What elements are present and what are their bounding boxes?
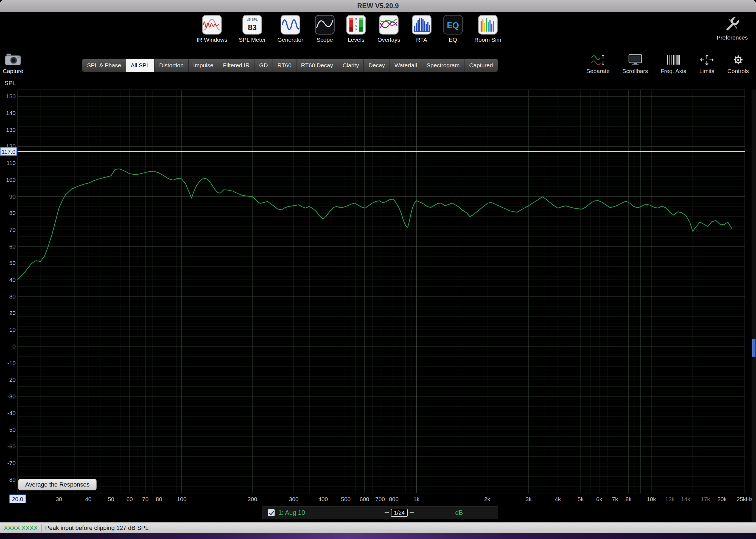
- toolbar-button-overlays[interactable]: Overlays: [378, 15, 400, 43]
- svg-text:117.0: 117.0: [2, 149, 16, 155]
- graph-control-label: Scrollbars: [622, 68, 648, 74]
- svg-text:60: 60: [9, 243, 16, 250]
- svg-text:-20: -20: [7, 376, 16, 383]
- spl-chart-canvas[interactable]: 1501401301201101009080706050403020100-10…: [0, 87, 756, 507]
- tab-rt60-decay[interactable]: RT60 Decay: [297, 59, 338, 72]
- svg-text:20: 20: [9, 310, 16, 316]
- toolbar-button-levels[interactable]: 03 69Levels: [346, 15, 366, 43]
- svg-text:-10: -10: [7, 360, 16, 366]
- svg-text:300: 300: [289, 496, 299, 502]
- tab-rt60[interactable]: RT60: [273, 59, 297, 72]
- average-responses-button[interactable]: Average the Responses: [18, 479, 97, 491]
- svg-text:10k: 10k: [647, 496, 656, 502]
- tab-spectrogram[interactable]: Spectrogram: [422, 59, 464, 72]
- status-divider: [41, 524, 42, 532]
- svg-text:-60: -60: [7, 443, 16, 449]
- graph-control-label: Controls: [727, 68, 749, 74]
- svg-text:50: 50: [108, 496, 114, 502]
- graph-control-label: Separate: [586, 68, 610, 74]
- limits-icon: [699, 53, 715, 67]
- toolbar-button-label: SPL Meter: [239, 37, 266, 43]
- toolbar-button-eq[interactable]: EQEQ: [443, 15, 463, 43]
- tab-distortion[interactable]: Distortion: [155, 59, 189, 72]
- spl-trace-aug10: [18, 169, 732, 279]
- measurement-checkbox[interactable]: [268, 509, 275, 516]
- smoothing-value[interactable]: 1/24: [391, 509, 408, 517]
- spl-meter-icon: dB SPL 83: [242, 15, 262, 35]
- svg-text:25kHz: 25kHz: [736, 496, 753, 502]
- svg-text:7k: 7k: [612, 496, 618, 502]
- svg-text:83: 83: [248, 23, 257, 32]
- toolbar-button-label: RTA: [416, 37, 427, 43]
- toolbar-button-label: Generator: [277, 37, 303, 43]
- svg-text:30: 30: [56, 496, 62, 502]
- svg-text:17k: 17k: [701, 496, 710, 502]
- rew-window: REW V5.20.9 IR Windows dB SPL 83SPL Mete…: [0, 0, 756, 539]
- level-cursor-value[interactable]: 117.0: [0, 147, 17, 156]
- svg-text:100: 100: [177, 496, 186, 502]
- tab-waterfall[interactable]: Waterfall: [390, 59, 422, 72]
- toolbar-button-label: Levels: [348, 37, 365, 43]
- window-titlebar[interactable]: REW V5.20.9: [0, 0, 756, 12]
- toolbar-button-room-sim[interactable]: Room Sim: [474, 15, 501, 43]
- tab-spl-phase[interactable]: SPL & Phase: [82, 59, 126, 72]
- svg-text:100: 100: [6, 177, 16, 183]
- svg-text:110: 110: [7, 160, 16, 166]
- tab-filtered-ir[interactable]: Filtered IR: [218, 59, 254, 72]
- separate-icon: [590, 53, 606, 67]
- svg-text:700: 700: [375, 496, 385, 502]
- svg-text:12k: 12k: [665, 496, 674, 502]
- svg-text:70: 70: [142, 496, 149, 502]
- right-scrollbar-thumb[interactable]: [752, 339, 755, 357]
- toolbar-button-scope[interactable]: Scope: [315, 15, 335, 43]
- overlays-icon: [379, 15, 399, 35]
- measurement-name[interactable]: 1: Aug 10: [278, 509, 305, 516]
- grid-major: [18, 90, 745, 493]
- svg-text:600: 600: [360, 496, 369, 502]
- graph-control-label: Limits: [699, 68, 714, 74]
- graph-control-freq-axis[interactable]: Freq. Axis: [660, 53, 686, 74]
- rta-icon: [412, 15, 432, 35]
- y-axis-title: SPL: [4, 80, 16, 87]
- graph-control-controls[interactable]: Controls: [727, 53, 749, 74]
- svg-text:90: 90: [9, 193, 16, 199]
- graph-toolbar: Capture SPL & PhaseAll SPLDistortionImpu…: [0, 51, 756, 81]
- smoothing-decrease[interactable]: [384, 512, 389, 513]
- toolbar-button-ir-windows[interactable]: IR Windows: [197, 15, 227, 43]
- svg-text:-70: -70: [7, 460, 16, 466]
- smoothing-increase[interactable]: [410, 512, 414, 513]
- preferences-button[interactable]: Preferences: [717, 15, 748, 41]
- graph-control-separate[interactable]: Separate: [586, 53, 610, 74]
- right-scrollbar[interactable]: [752, 90, 756, 522]
- graph-control-limits[interactable]: Limits: [699, 53, 715, 74]
- tab-impulse[interactable]: Impulse: [189, 59, 219, 72]
- svg-text:6k: 6k: [596, 496, 602, 502]
- tab-captured[interactable]: Captured: [464, 59, 497, 72]
- svg-text:-30: -30: [7, 393, 16, 400]
- tab-gd[interactable]: GD: [254, 59, 273, 72]
- window-title: REW V5.20.9: [357, 2, 399, 10]
- svg-text:6: 6: [355, 24, 357, 27]
- svg-text:0: 0: [355, 17, 357, 20]
- toolbar-button-spl-meter[interactable]: dB SPL 83SPL Meter: [239, 15, 266, 43]
- smoothing-control[interactable]: 1/24: [384, 509, 414, 517]
- svg-text:400: 400: [318, 496, 328, 502]
- capture-label: Capture: [3, 68, 23, 74]
- generator-icon: [281, 15, 300, 35]
- x-axis-start-value[interactable]: 20.0: [9, 495, 26, 503]
- tab-all-spl[interactable]: All SPL: [126, 59, 155, 72]
- tab-decay[interactable]: Decay: [364, 59, 390, 72]
- svg-text:20k: 20k: [717, 496, 726, 502]
- graph-control-label: Freq. Axis: [660, 68, 686, 74]
- toolbar-button-generator[interactable]: Generator: [277, 15, 303, 43]
- capture-button[interactable]: Capture: [3, 53, 23, 74]
- toolbar-button-rta[interactable]: RTA: [412, 15, 432, 43]
- tab-clarity[interactable]: Clarity: [338, 59, 364, 72]
- svg-text:70: 70: [9, 227, 16, 233]
- svg-text:50: 50: [9, 260, 16, 266]
- scrollbars-icon: [627, 53, 643, 67]
- camera-icon: [4, 53, 22, 66]
- svg-text:0: 0: [12, 343, 16, 349]
- graph-control-scrollbars[interactable]: Scrollbars: [622, 53, 648, 74]
- svg-text:140: 140: [6, 110, 16, 116]
